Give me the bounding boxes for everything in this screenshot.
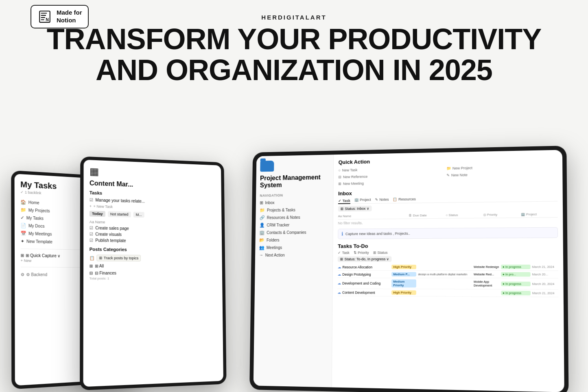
track-icon: 📋 — [90, 256, 94, 260]
status-4: ● In progress — [501, 291, 531, 296]
docs-icon: 📄 — [20, 223, 26, 229]
new-meeting-icon: ⊞ — [338, 182, 341, 186]
pm-main-title: Project Management System — [260, 174, 330, 189]
main-title: TRANSFORM YOUR PRODUCTIVITY AND ORGANIZA… — [0, 24, 588, 85]
total-posts: Total posts: 1 — [90, 277, 217, 281]
svg-text:N: N — [46, 17, 49, 22]
qa-new-task: ○ New Task — [339, 166, 445, 173]
todo-tab-status: ⊞ Status — [373, 250, 387, 255]
task-row-design: ☁ Design Prototyping Medium P... design … — [338, 271, 558, 279]
new-task-icon: ○ — [339, 168, 341, 172]
qa-new-reference: ⊟ New Reference — [338, 172, 445, 180]
inbox-tab-resources: 📋 Resources — [393, 197, 416, 202]
meetings-icon: 📅 — [20, 231, 26, 236]
todo-tab-priority: ⇅ Priority — [353, 250, 369, 255]
pm-content: Quick Action ○ New Task 📁 New Project ⊟ — [332, 150, 564, 392]
quick-action-title: Quick Action — [339, 155, 557, 165]
meetings-nav-icon: 👥 — [259, 245, 264, 250]
pm-nav-contacts: 🏢 Contacts & Companies — [259, 229, 329, 237]
task-cloud-icon-2: ☁ — [338, 272, 341, 276]
inbox-tabs: ✓ Task 🏢 Project ✎ Notes — [338, 195, 557, 204]
posts-section-title: Posts Categories — [90, 247, 217, 253]
resources-icon: 🔗 — [260, 215, 265, 220]
task-row-resource: ☁ Resource Allocation High Priority Webs… — [338, 264, 558, 271]
made-for-notion-badge: N Made for Notion — [31, 5, 89, 28]
contacts-icon: 🏢 — [259, 230, 264, 235]
finances-item: ⊟ ⊟ Finances — [90, 270, 217, 277]
date-2: March 20... — [532, 272, 558, 276]
crm-icon: 👤 — [259, 222, 264, 228]
notion-icon-box: N — [37, 9, 52, 24]
task-tab-icon: ✓ — [338, 199, 341, 203]
cm-title: Content Mar... — [90, 180, 216, 191]
priority-tag-3: Medium Priority — [391, 279, 416, 287]
inbox-tab-project: 🏢 Project — [354, 198, 371, 202]
date-4: March 21, 2024 — [532, 291, 558, 295]
checkbox-icon: ☑ — [90, 198, 93, 202]
info-icon: ℹ — [341, 231, 343, 237]
cm-tabs: Today Not started M... — [90, 211, 216, 219]
status-3: ● In progress — [501, 281, 531, 286]
qa-new-meeting: ⊞ New Meeting — [338, 179, 445, 187]
resources-tab-icon: 📋 — [393, 197, 397, 201]
task-row-dev: ☁ Development and Coding Medium Priority… — [337, 278, 558, 290]
task-cloud-icon-1: ☁ — [338, 265, 341, 269]
tab-more: M... — [133, 212, 144, 218]
cm-icon: ▦ — [90, 166, 216, 181]
todo-tab-task: ✓ Task — [338, 251, 350, 255]
track-posts-item: 📋 ⊞ Track posts by topics — [90, 253, 217, 263]
tasks-todo-title: Tasks To-Do — [338, 242, 558, 249]
priority-tag-2: Medium P... — [391, 272, 416, 277]
status-icon: ⊞ — [341, 207, 344, 211]
tablet-content-manager: ▦ Content Mar... Tasks ☑ Manage your tas… — [80, 156, 227, 390]
checkbox-2: ☑ — [90, 232, 93, 236]
priority-tag-1: High Priority — [391, 265, 416, 269]
inbox-status-badge: ⊞ Status: Inbox ∨ — [338, 206, 372, 212]
next-action-icon: → — [259, 253, 263, 257]
pm-nav-folders: 📂 Folders — [259, 236, 329, 244]
status-1: ● In progress — [501, 265, 531, 269]
pm-nav-crm: 👤 CRM Tracker — [259, 221, 329, 229]
new-ref-icon: ⊟ — [338, 175, 341, 179]
all-item: ⊞ ⊞ All — [90, 262, 217, 270]
filter-icon: ⊞ — [340, 257, 343, 261]
devices-area: My Tasks ✓ 1 backlink 🏠 Home 📁 My Projec… — [0, 136, 588, 392]
qa-new-note: ✎ New Note — [446, 170, 557, 178]
pm-nav-projects-tasks: 📁 Projects & Tasks — [260, 206, 329, 214]
inbox-section: Inbox ✓ Task 🏢 Project ✎ — [338, 187, 558, 239]
project-tab-icon: 🏢 — [354, 198, 359, 202]
folders-icon: 📂 — [259, 237, 264, 243]
todo-filter-tabs: ✓ Task ⇅ Priority ⊞ Status — [338, 250, 558, 255]
tablet-project-management: Project Management System Navigation ⊞ I… — [249, 146, 568, 392]
template-icon: ✦ — [20, 239, 24, 244]
new-note-icon: ✎ — [446, 173, 450, 177]
tasks-todo-section: Tasks To-Do ✓ Task ⇅ Priority ⊞ — [337, 242, 558, 297]
todo-task-icon: ✓ — [338, 251, 341, 255]
finances-icon: ⊟ — [90, 271, 93, 275]
inbox-tab-task: ✓ Task — [338, 198, 350, 204]
pm-sidebar: Project Management System Navigation ⊞ I… — [254, 155, 334, 387]
date-3: March 20, 2024 — [532, 282, 558, 285]
pm-nav-next-action: → Next Action — [259, 251, 328, 259]
all-icon: ⊞ — [90, 264, 93, 268]
checkbox-1: ☑ — [90, 226, 93, 230]
badge-text: Made for Notion — [57, 9, 82, 24]
projects-icon: 📁 — [20, 207, 26, 213]
tasks-icon: ✓ — [20, 215, 24, 220]
inbox-title: Inbox — [338, 187, 557, 196]
plus-icon: + — [90, 204, 92, 208]
status-2: ● In pro... — [501, 272, 531, 277]
priority-icon: ⇅ — [353, 251, 356, 255]
capture-note: ℹ Capture new Ideas and tasks , Projects… — [338, 227, 558, 240]
priority-tag-4: High Priority — [391, 290, 416, 295]
quick-capture-icon: ⊞ — [21, 253, 24, 257]
inbox-tab-notes: ✎ Notes — [375, 198, 389, 202]
qa-new-project: 📁 New Project — [446, 163, 557, 171]
inbox-nav-icon: ⊞ — [260, 200, 263, 205]
pm-nav-inbox: ⊞ Inbox — [260, 198, 329, 207]
task-cloud-icon-3: ☁ — [337, 281, 341, 285]
tab-today: Today — [90, 211, 105, 217]
task-cloud-icon-4: ☁ — [337, 290, 341, 294]
quick-action-grid: ○ New Task 📁 New Project ⊟ New Reference — [338, 163, 557, 187]
todo-filter-badge: ⊞ Status: To-do, In progress ∨ — [338, 256, 392, 262]
